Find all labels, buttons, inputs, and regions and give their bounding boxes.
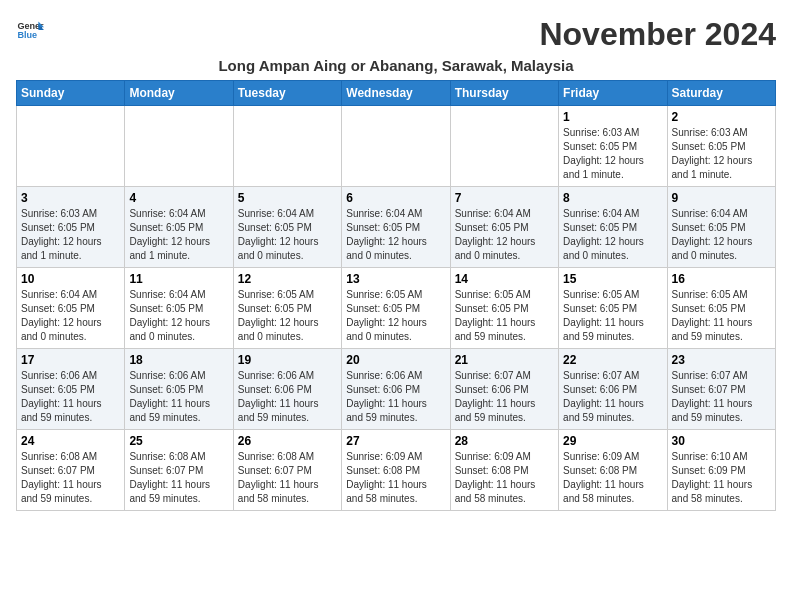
- day-number: 9: [672, 191, 771, 205]
- day-info: Sunrise: 6:05 AM Sunset: 6:05 PM Dayligh…: [672, 288, 771, 344]
- calendar-cell: 29Sunrise: 6:09 AM Sunset: 6:08 PM Dayli…: [559, 430, 667, 511]
- day-number: 19: [238, 353, 337, 367]
- day-info: Sunrise: 6:06 AM Sunset: 6:05 PM Dayligh…: [21, 369, 120, 425]
- day-info: Sunrise: 6:08 AM Sunset: 6:07 PM Dayligh…: [129, 450, 228, 506]
- day-info: Sunrise: 6:04 AM Sunset: 6:05 PM Dayligh…: [563, 207, 662, 263]
- day-number: 27: [346, 434, 445, 448]
- calendar-cell: [450, 106, 558, 187]
- day-info: Sunrise: 6:05 AM Sunset: 6:05 PM Dayligh…: [238, 288, 337, 344]
- day-number: 26: [238, 434, 337, 448]
- day-info: Sunrise: 6:03 AM Sunset: 6:05 PM Dayligh…: [672, 126, 771, 182]
- calendar-cell: 19Sunrise: 6:06 AM Sunset: 6:06 PM Dayli…: [233, 349, 341, 430]
- day-info: Sunrise: 6:04 AM Sunset: 6:05 PM Dayligh…: [129, 288, 228, 344]
- month-title: November 2024: [539, 16, 776, 53]
- day-info: Sunrise: 6:05 AM Sunset: 6:05 PM Dayligh…: [563, 288, 662, 344]
- calendar-cell: 25Sunrise: 6:08 AM Sunset: 6:07 PM Dayli…: [125, 430, 233, 511]
- day-info: Sunrise: 6:10 AM Sunset: 6:09 PM Dayligh…: [672, 450, 771, 506]
- day-number: 5: [238, 191, 337, 205]
- day-info: Sunrise: 6:03 AM Sunset: 6:05 PM Dayligh…: [21, 207, 120, 263]
- day-info: Sunrise: 6:05 AM Sunset: 6:05 PM Dayligh…: [455, 288, 554, 344]
- day-info: Sunrise: 6:04 AM Sunset: 6:05 PM Dayligh…: [238, 207, 337, 263]
- day-number: 17: [21, 353, 120, 367]
- weekday-header-friday: Friday: [559, 81, 667, 106]
- day-number: 1: [563, 110, 662, 124]
- calendar-cell: 10Sunrise: 6:04 AM Sunset: 6:05 PM Dayli…: [17, 268, 125, 349]
- day-number: 16: [672, 272, 771, 286]
- day-number: 14: [455, 272, 554, 286]
- calendar-cell: 7Sunrise: 6:04 AM Sunset: 6:05 PM Daylig…: [450, 187, 558, 268]
- calendar-cell: 18Sunrise: 6:06 AM Sunset: 6:05 PM Dayli…: [125, 349, 233, 430]
- day-number: 22: [563, 353, 662, 367]
- logo-icon: General Blue: [16, 16, 44, 44]
- day-number: 29: [563, 434, 662, 448]
- weekday-header-sunday: Sunday: [17, 81, 125, 106]
- day-info: Sunrise: 6:05 AM Sunset: 6:05 PM Dayligh…: [346, 288, 445, 344]
- day-info: Sunrise: 6:04 AM Sunset: 6:05 PM Dayligh…: [672, 207, 771, 263]
- calendar-cell: 14Sunrise: 6:05 AM Sunset: 6:05 PM Dayli…: [450, 268, 558, 349]
- day-number: 6: [346, 191, 445, 205]
- weekday-header-monday: Monday: [125, 81, 233, 106]
- day-info: Sunrise: 6:04 AM Sunset: 6:05 PM Dayligh…: [455, 207, 554, 263]
- calendar-cell: 8Sunrise: 6:04 AM Sunset: 6:05 PM Daylig…: [559, 187, 667, 268]
- calendar-cell: 20Sunrise: 6:06 AM Sunset: 6:06 PM Dayli…: [342, 349, 450, 430]
- day-info: Sunrise: 6:06 AM Sunset: 6:06 PM Dayligh…: [238, 369, 337, 425]
- day-number: 13: [346, 272, 445, 286]
- day-info: Sunrise: 6:09 AM Sunset: 6:08 PM Dayligh…: [563, 450, 662, 506]
- calendar-cell: 13Sunrise: 6:05 AM Sunset: 6:05 PM Dayli…: [342, 268, 450, 349]
- day-number: 12: [238, 272, 337, 286]
- calendar-cell: 9Sunrise: 6:04 AM Sunset: 6:05 PM Daylig…: [667, 187, 775, 268]
- calendar-cell: 26Sunrise: 6:08 AM Sunset: 6:07 PM Dayli…: [233, 430, 341, 511]
- calendar-cell: 1Sunrise: 6:03 AM Sunset: 6:05 PM Daylig…: [559, 106, 667, 187]
- calendar-cell: 21Sunrise: 6:07 AM Sunset: 6:06 PM Dayli…: [450, 349, 558, 430]
- svg-text:Blue: Blue: [17, 30, 37, 40]
- day-number: 15: [563, 272, 662, 286]
- day-number: 3: [21, 191, 120, 205]
- calendar-cell: [125, 106, 233, 187]
- day-info: Sunrise: 6:08 AM Sunset: 6:07 PM Dayligh…: [238, 450, 337, 506]
- day-info: Sunrise: 6:06 AM Sunset: 6:06 PM Dayligh…: [346, 369, 445, 425]
- day-number: 20: [346, 353, 445, 367]
- calendar-cell: 23Sunrise: 6:07 AM Sunset: 6:07 PM Dayli…: [667, 349, 775, 430]
- logo: General Blue: [16, 16, 44, 44]
- header: General Blue November 2024: [16, 16, 776, 53]
- day-number: 2: [672, 110, 771, 124]
- day-number: 8: [563, 191, 662, 205]
- day-info: Sunrise: 6:04 AM Sunset: 6:05 PM Dayligh…: [346, 207, 445, 263]
- weekday-header-saturday: Saturday: [667, 81, 775, 106]
- calendar-cell: 16Sunrise: 6:05 AM Sunset: 6:05 PM Dayli…: [667, 268, 775, 349]
- day-number: 11: [129, 272, 228, 286]
- day-info: Sunrise: 6:09 AM Sunset: 6:08 PM Dayligh…: [455, 450, 554, 506]
- day-number: 28: [455, 434, 554, 448]
- day-number: 10: [21, 272, 120, 286]
- calendar-cell: 2Sunrise: 6:03 AM Sunset: 6:05 PM Daylig…: [667, 106, 775, 187]
- day-info: Sunrise: 6:07 AM Sunset: 6:06 PM Dayligh…: [563, 369, 662, 425]
- location-title: Long Ampan Aing or Abanang, Sarawak, Mal…: [16, 57, 776, 74]
- calendar-cell: 27Sunrise: 6:09 AM Sunset: 6:08 PM Dayli…: [342, 430, 450, 511]
- day-number: 18: [129, 353, 228, 367]
- weekday-header-tuesday: Tuesday: [233, 81, 341, 106]
- day-number: 30: [672, 434, 771, 448]
- day-info: Sunrise: 6:07 AM Sunset: 6:07 PM Dayligh…: [672, 369, 771, 425]
- day-info: Sunrise: 6:03 AM Sunset: 6:05 PM Dayligh…: [563, 126, 662, 182]
- day-info: Sunrise: 6:06 AM Sunset: 6:05 PM Dayligh…: [129, 369, 228, 425]
- calendar-cell: 6Sunrise: 6:04 AM Sunset: 6:05 PM Daylig…: [342, 187, 450, 268]
- calendar-cell: [233, 106, 341, 187]
- calendar-cell: 28Sunrise: 6:09 AM Sunset: 6:08 PM Dayli…: [450, 430, 558, 511]
- calendar-cell: [17, 106, 125, 187]
- calendar-cell: 24Sunrise: 6:08 AM Sunset: 6:07 PM Dayli…: [17, 430, 125, 511]
- calendar-cell: 30Sunrise: 6:10 AM Sunset: 6:09 PM Dayli…: [667, 430, 775, 511]
- calendar: SundayMondayTuesdayWednesdayThursdayFrid…: [16, 80, 776, 511]
- day-number: 7: [455, 191, 554, 205]
- day-info: Sunrise: 6:07 AM Sunset: 6:06 PM Dayligh…: [455, 369, 554, 425]
- calendar-cell: 5Sunrise: 6:04 AM Sunset: 6:05 PM Daylig…: [233, 187, 341, 268]
- day-number: 23: [672, 353, 771, 367]
- day-number: 25: [129, 434, 228, 448]
- day-number: 21: [455, 353, 554, 367]
- calendar-cell: [342, 106, 450, 187]
- calendar-cell: 22Sunrise: 6:07 AM Sunset: 6:06 PM Dayli…: [559, 349, 667, 430]
- weekday-header-wednesday: Wednesday: [342, 81, 450, 106]
- day-info: Sunrise: 6:04 AM Sunset: 6:05 PM Dayligh…: [129, 207, 228, 263]
- weekday-header-thursday: Thursday: [450, 81, 558, 106]
- day-info: Sunrise: 6:09 AM Sunset: 6:08 PM Dayligh…: [346, 450, 445, 506]
- day-number: 4: [129, 191, 228, 205]
